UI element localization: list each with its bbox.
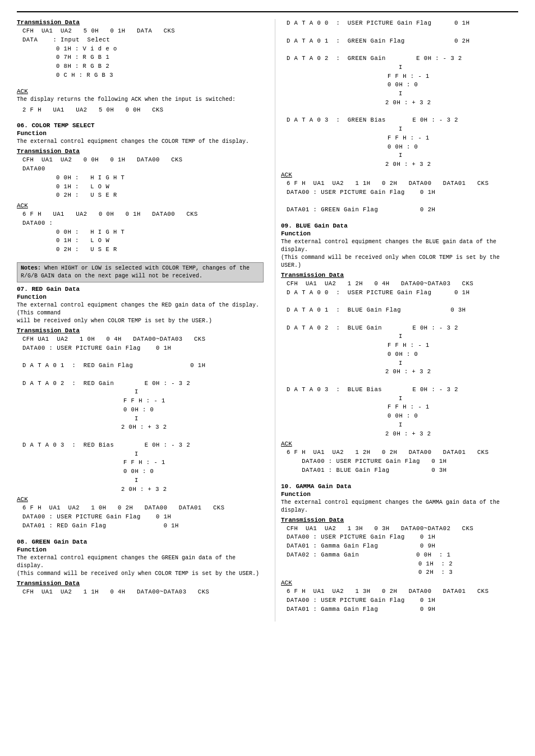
right-green-code: D A T A 0 0 : USER PICTURE Gain Flag 0 1… bbox=[287, 19, 518, 169]
section-07-data03-ffh: F F H : - 1 bbox=[123, 458, 264, 467]
section-10-ack-data00: DATA00 : USER PICTURE Gain Flag 0 1H bbox=[287, 596, 518, 605]
section-09-data02-00h: 0 0H : 0 bbox=[388, 350, 518, 359]
section-07-ack-data00: DATA00 : USER PICTURE Gain Flag 0 1H bbox=[22, 513, 264, 522]
section-07-data03-i2: I bbox=[135, 476, 264, 485]
page: Transmission Data CFH UA1 UA2 5 0H 0 1H … bbox=[17, 11, 518, 622]
section-07-function: Function bbox=[17, 294, 264, 300]
section-09-transmission-title: Transmission Data bbox=[281, 272, 518, 279]
section-10-ack-1: 6 F H UA1 UA2 1 3H 0 2H DATA00 DATA01 CK… bbox=[287, 587, 518, 596]
right-green-data03-i2: I bbox=[399, 151, 518, 160]
section-06-function: Function bbox=[17, 130, 264, 137]
section-09-description: The external control equipment changes t… bbox=[281, 238, 518, 270]
section-07-description: The external control equipment changes t… bbox=[17, 302, 264, 325]
section-07: 07. RED Gain Data Function The external … bbox=[17, 286, 264, 531]
section-06-transmission-title: Transmission Data bbox=[17, 148, 264, 155]
section-08-code: CFH UA1 UA2 1 1H 0 4H DATA00~DATA03 CKS bbox=[22, 588, 264, 597]
ack-label-07: ACK bbox=[17, 496, 264, 503]
right-green-ack-code: 6 F H UA1 UA2 1 1H 0 2H DATA00 DATA01 CK… bbox=[287, 179, 518, 215]
section-10-data02-01h: 0 1H : 2 bbox=[418, 560, 518, 569]
section-06-description: The external control equipment changes t… bbox=[17, 138, 264, 146]
transmission-data-input-section: Transmission Data CFH UA1 UA2 5 0H 0 1H … bbox=[17, 19, 264, 80]
section-09-data01: D A T A 0 1 : BLUE Gain Flag 0 3H bbox=[287, 306, 518, 315]
section-09-data03-ffh: F F H : - 1 bbox=[388, 403, 518, 412]
section-06-heading: 06. COLOR TEMP SELECT bbox=[17, 122, 264, 129]
section-07-ack-code: 6 F H UA1 UA2 1 0H 0 2H DATA00 DATA01 CK… bbox=[22, 504, 264, 530]
code-line-2: DATA : Input Select bbox=[22, 36, 264, 45]
section-09-data02-20h: 2 0H : + 3 2 bbox=[385, 368, 518, 377]
section-07-ack-data01: DATA01 : RED Gain Flag 0 1H bbox=[22, 522, 264, 531]
section-06-code-1: CFH UA1 UA2 0 0H 0 1H DATA00 CKS bbox=[22, 156, 264, 165]
section-06-02h: 0 2H : U S E R bbox=[56, 191, 264, 200]
ack-input-section: ACK The display returns the following AC… bbox=[17, 88, 264, 115]
section-06-ack-00h: 0 0H : H I G H T bbox=[56, 228, 264, 237]
section-10-data02-key: DATA02 : Gamma Gain 0 0H : 1 bbox=[287, 551, 518, 560]
right-green-ack-1: 6 F H UA1 UA2 1 1H 0 2H DATA00 DATA01 CK… bbox=[287, 179, 518, 188]
code-line-3: 0 1H : V i d e o bbox=[56, 45, 264, 54]
section-09-ack-1: 6 F H UA1 UA2 1 2H 0 2H DATA00 DATA01 CK… bbox=[287, 448, 518, 457]
section-07-data02-ffh: F F H : - 1 bbox=[123, 397, 264, 406]
code-line-1: CFH UA1 UA2 5 0H 0 1H DATA CKS bbox=[22, 27, 264, 36]
section-09-ack-code: 6 F H UA1 UA2 1 2H 0 2H DATA00 DATA01 CK… bbox=[287, 448, 518, 475]
section-07-data03-key: D A T A 0 3 : RED Bias E 0H : - 3 2 bbox=[22, 441, 264, 450]
ack-input-code: 2 F H UA1 UA2 5 0H 0 0H CKS bbox=[22, 106, 264, 115]
section-07-transmission-title: Transmission Data bbox=[17, 327, 264, 334]
section-10-transmission-title: Transmission Data bbox=[281, 517, 518, 523]
right-green-data03-ffh: F F H : - 1 bbox=[388, 134, 518, 143]
top-border bbox=[17, 11, 518, 12]
section-06-ack-02h: 0 2H : U S E R bbox=[56, 245, 264, 254]
section-08-transmission-title: Transmission Data bbox=[17, 580, 264, 587]
section-10-ack-data01: DATA01 : Gamma Gain Flag 0 9H bbox=[287, 605, 518, 614]
right-green-data02-ffh: F F H : - 1 bbox=[388, 72, 518, 81]
section-10-data00: DATA00 : USER PICTURE Gain Flag 0 1H bbox=[287, 533, 518, 542]
section-07-data02-00h: 0 0H : 0 bbox=[123, 406, 264, 415]
code-line-5: 0 8H : R G B 2 bbox=[56, 62, 264, 71]
section-07-data00: DATA00 : USER PICTURE Gain Flag 0 1H bbox=[22, 344, 264, 353]
section-07-data02-key: D A T A 0 2 : RED Gain E 0H : - 3 2 bbox=[22, 379, 264, 388]
section-10-code-1: CFH UA1 UA2 1 3H 0 3H DATA00~DATA02 CKS bbox=[287, 525, 518, 534]
section-06-ack-code: 6 F H UA1 UA2 0 0H 0 1H DATA00 CKS DATA0… bbox=[22, 210, 264, 254]
section-09-ack-data01: DATA01 : BLUE Gain Flag 0 3H bbox=[287, 466, 518, 475]
section-07-data01: D A T A 0 1 : RED Gain Flag 0 1H bbox=[22, 361, 264, 370]
right-green-ack-data00: DATA00 : USER PICTURE Gain Flag 0 1H bbox=[287, 188, 518, 197]
section-09-function: Function bbox=[281, 230, 518, 237]
right-green-data03-key: D A T A 0 3 : GREEN Bias E 0H : - 3 2 bbox=[287, 116, 518, 125]
right-green-data03-20h: 2 0H : + 3 2 bbox=[385, 160, 518, 169]
section-09-ack-data00: DATA00 : USER PICTURE Gain Flag 0 1H bbox=[287, 457, 518, 466]
section-10-data01: DATA01 : Gamma Gain Flag 0 9H bbox=[287, 542, 518, 551]
section-08: 08. GREEN Gain Data Function The externa… bbox=[17, 539, 264, 597]
section-07-code-1: CFH UA1 UA2 1 0H 0 4H DATA00~DATA03 CKS bbox=[22, 335, 264, 344]
ack-label-10: ACK bbox=[281, 579, 518, 586]
section-10-function: Function bbox=[281, 491, 518, 498]
right-green-data03-i1: I bbox=[399, 125, 518, 134]
note-text: When HIGHT or LOW is selected with COLOR… bbox=[21, 265, 250, 279]
section-06-ack-01h: 0 1H : L O W bbox=[56, 236, 264, 245]
section-08-heading: 08. GREEN Gain Data bbox=[17, 539, 264, 545]
right-green-data00: D A T A 0 0 : USER PICTURE Gain Flag 0 1… bbox=[287, 19, 518, 28]
section-09-code: CFH UA1 UA2 1 2H 0 4H DATA00~DATA03 CKS … bbox=[287, 280, 518, 439]
ack-input-description: The display returns the following ACK wh… bbox=[17, 96, 264, 104]
section-06-code: CFH UA1 UA2 0 0H 0 1H DATA00 CKS DATA00 … bbox=[22, 156, 264, 200]
two-column-layout: Transmission Data CFH UA1 UA2 5 0H 0 1H … bbox=[17, 19, 518, 622]
section-09-data02-ffh: F F H : - 1 bbox=[388, 341, 518, 350]
section-07-ack-1: 6 F H UA1 UA2 1 0H 0 2H DATA00 DATA01 CK… bbox=[22, 504, 264, 513]
section-07-code: CFH UA1 UA2 1 0H 0 4H DATA00~DATA03 CKS … bbox=[22, 335, 264, 494]
section-07-data03-20h: 2 0H : + 3 2 bbox=[121, 485, 264, 494]
right-green-data: D A T A 0 0 : USER PICTURE Gain Flag 0 1… bbox=[281, 19, 518, 215]
right-green-data02-20h: 2 0H : + 3 2 bbox=[385, 99, 518, 108]
section-10-code: CFH UA1 UA2 1 3H 0 3H DATA00~DATA02 CKS … bbox=[287, 525, 518, 578]
section-09-code-1: CFH UA1 UA2 1 2H 0 4H DATA00~DATA03 CKS bbox=[287, 280, 518, 289]
right-green-data01: D A T A 0 1 : GREEN Gain Flag 0 2H bbox=[287, 37, 518, 46]
section-10-description: The external control equipment changes t… bbox=[281, 499, 518, 514]
right-column: D A T A 0 0 : USER PICTURE Gain Flag 0 1… bbox=[275, 19, 518, 622]
section-07-heading: 07. RED Gain Data bbox=[17, 286, 264, 293]
section-10-data02-02h: 0 2H : 3 bbox=[418, 568, 518, 577]
section-07-data03-i1: I bbox=[135, 450, 264, 459]
section-09-data03-key: D A T A 0 3 : BLUE Bias E 0H : - 3 2 bbox=[287, 386, 518, 395]
right-green-ack-data01: DATA01 : GREEN Gain Flag 0 2H bbox=[287, 206, 518, 215]
section-10: 10. GAMMA Gain Data Function The externa… bbox=[281, 483, 518, 614]
section-08-description: The external control equipment changes t… bbox=[17, 554, 264, 578]
section-09: 09. BLUE Gain Data Function The external… bbox=[281, 222, 518, 475]
section-06-01h: 0 1H : L O W bbox=[56, 183, 264, 192]
section-10-heading: 10. GAMMA Gain Data bbox=[281, 483, 518, 490]
ack-label-06: ACK bbox=[17, 202, 264, 209]
